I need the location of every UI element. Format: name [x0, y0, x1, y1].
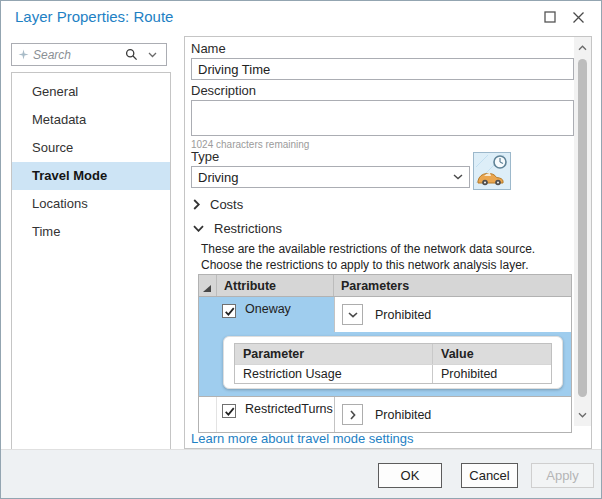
oneway-details-panel: Parameter Value Restriction Usage Prohib…	[223, 336, 563, 389]
value-column-header: Value	[433, 347, 551, 361]
parameter-table-header: Parameter Value	[235, 344, 551, 364]
learn-more-link[interactable]: Learn more about travel mode settings	[191, 431, 414, 446]
select-all-corner[interactable]	[199, 275, 217, 296]
sparkle-icon	[18, 49, 29, 60]
travel-mode-pane: Name Description 1024 characters remaini…	[184, 36, 592, 449]
search-input[interactable]	[33, 48, 125, 62]
oneway-checkbox[interactable]	[222, 304, 236, 318]
driving-time-icon-button[interactable]	[473, 152, 511, 190]
table-row-restrictedturns[interactable]: RestrictedTurns Prohibited	[199, 396, 571, 432]
sidebar-search[interactable]	[11, 43, 167, 66]
corner-triangle-icon	[203, 285, 211, 292]
chevron-up-icon	[578, 45, 587, 51]
ok-button[interactable]: OK	[378, 463, 442, 488]
oneway-parameters-value: Prohibited	[375, 308, 431, 322]
oneway-parameters-cell: Prohibited	[334, 297, 571, 332]
dialog-title: Layer Properties: Route	[15, 8, 173, 25]
restrictedturns-parameters-value: Prohibited	[375, 408, 431, 422]
parameter-table-row[interactable]: Restriction Usage Prohibited	[235, 364, 551, 383]
costs-expander[interactable]: Costs	[193, 197, 243, 212]
name-input[interactable]	[191, 58, 574, 80]
restrictions-table-header: Attribute Parameters	[199, 275, 571, 296]
scroll-down-button[interactable]	[574, 407, 591, 423]
name-label: Name	[191, 41, 226, 56]
cancel-button[interactable]: Cancel	[461, 463, 518, 488]
maximize-button[interactable]	[541, 9, 559, 25]
scrollbar-thumb[interactable]	[578, 59, 587, 397]
vertical-scrollbar[interactable]	[574, 37, 591, 426]
parameters-column-header[interactable]: Parameters	[334, 279, 571, 293]
description-input[interactable]	[191, 100, 574, 136]
chevron-down-icon	[193, 225, 204, 232]
restrictions-label: Restrictions	[214, 221, 282, 236]
description-label: Description	[191, 83, 256, 98]
restrictions-expander[interactable]: Restrictions	[193, 221, 282, 236]
sidebar-item-general[interactable]: General	[12, 78, 170, 106]
chevron-right-icon	[350, 410, 356, 420]
close-icon	[572, 11, 585, 24]
sidebar-item-travel-mode[interactable]: Travel Mode	[12, 162, 170, 190]
restrictedturns-attribute-cell: RestrictedTurns	[241, 397, 334, 432]
checkmark-icon	[224, 406, 235, 417]
layer-properties-dialog: Layer Properties: Route General	[0, 0, 602, 499]
restriction-usage-value-cell[interactable]: Prohibited	[433, 367, 551, 381]
chevron-right-icon	[193, 199, 200, 210]
oneway-details-zone: Parameter Value Restriction Usage Prohib…	[199, 332, 571, 396]
apply-button[interactable]: Apply	[531, 463, 594, 488]
costs-label: Costs	[210, 197, 243, 212]
parameter-column-header: Parameter	[235, 344, 433, 364]
sidebar-item-time[interactable]: Time	[12, 218, 170, 246]
car-clock-icon	[474, 153, 510, 189]
chevron-down-icon	[453, 174, 463, 180]
type-select[interactable]: Driving	[191, 166, 470, 188]
restrictions-description: These are the available restrictions of …	[201, 241, 575, 273]
sidebar-item-locations[interactable]: Locations	[12, 190, 170, 218]
search-options-chevron-icon[interactable]	[148, 52, 157, 58]
dialog-footer: OK Cancel Apply	[1, 449, 601, 498]
table-row-oneway[interactable]: Oneway Prohibited	[199, 296, 571, 332]
restrictedturns-expand-button[interactable]	[342, 404, 363, 425]
oneway-checkbox-cell	[217, 297, 241, 332]
restrictions-table: Attribute Parameters Oneway	[198, 274, 572, 433]
row-handle[interactable]	[199, 297, 217, 332]
properties-nav-list: General Metadata Source Travel Mode Loca…	[11, 72, 171, 451]
close-button[interactable]	[569, 9, 587, 25]
checkmark-icon	[224, 306, 235, 317]
chevron-down-icon	[348, 312, 358, 318]
search-icon[interactable]	[125, 48, 138, 61]
title-bar: Layer Properties: Route	[1, 1, 601, 33]
parameter-details-table: Parameter Value Restriction Usage Prohib…	[234, 343, 552, 384]
row-handle[interactable]	[199, 397, 217, 432]
restrictedturns-checkbox-cell	[217, 397, 241, 432]
type-select-value: Driving	[198, 170, 238, 185]
scroll-up-button[interactable]	[574, 40, 591, 56]
sidebar-item-source[interactable]: Source	[12, 134, 170, 162]
attribute-column-header[interactable]: Attribute	[217, 275, 334, 296]
restriction-usage-cell: Restriction Usage	[235, 365, 433, 383]
restrictedturns-checkbox[interactable]	[222, 404, 236, 418]
restrictedturns-parameters-cell: Prohibited	[334, 397, 571, 432]
chevron-down-icon	[578, 412, 587, 418]
oneway-attribute-cell: Oneway	[241, 297, 334, 332]
type-label: Type	[191, 149, 219, 164]
sidebar-item-metadata[interactable]: Metadata	[12, 106, 170, 134]
maximize-icon	[544, 11, 556, 23]
oneway-collapse-button[interactable]	[342, 304, 363, 325]
